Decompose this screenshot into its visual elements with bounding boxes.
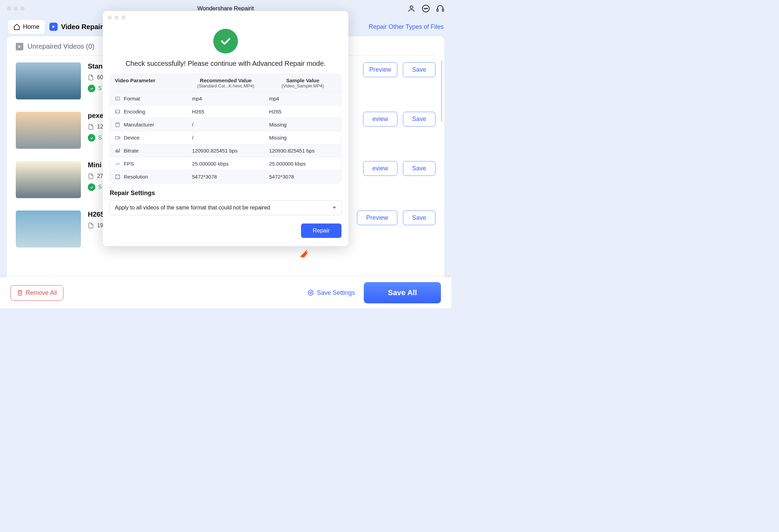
file-icon (88, 222, 94, 229)
svg-rect-6 (442, 9, 444, 11)
svg-point-0 (410, 6, 413, 9)
preview-button[interactable]: Preview (363, 62, 397, 77)
account-icon[interactable] (407, 4, 416, 13)
cursor-arrow-annotation (299, 249, 309, 258)
save-button[interactable]: Save (403, 112, 435, 126)
svg-marker-8 (19, 45, 21, 48)
save-all-button[interactable]: Save All (364, 282, 441, 303)
svg-marker-32 (333, 207, 336, 209)
col-parameter: Video Parameter (110, 74, 187, 92)
svg-point-2 (424, 8, 425, 9)
svg-rect-25 (118, 151, 119, 152)
home-icon (13, 23, 20, 30)
repair-settings-label: Repair Settings (110, 190, 341, 197)
bottom-bar: Remove All Save Settings Save All (0, 277, 451, 308)
video-thumbnail[interactable] (16, 112, 81, 149)
unrepaired-label: Unrepaired Videos (0) (27, 43, 94, 50)
modal-maximize-icon[interactable] (121, 15, 125, 20)
repair-button[interactable]: Repair (301, 223, 341, 238)
table-row: Bitrate120930.825451 bps120930.825451 bp… (110, 144, 341, 157)
table-row: Device/Missing (110, 131, 341, 144)
repair-other-types-link[interactable]: Repair Other Types of Files (369, 23, 444, 31)
repair-settings-select[interactable]: Apply to all videos of the same format t… (110, 200, 341, 215)
param-icon (115, 96, 120, 101)
select-value: Apply to all videos of the same format t… (115, 205, 270, 211)
col-sample: Sample Value (Video_Sample.MP4) (264, 74, 341, 92)
svg-marker-14 (308, 290, 313, 296)
file-icon (88, 173, 94, 179)
success-check-icon (88, 134, 95, 142)
preview-button[interactable]: eview (363, 112, 397, 126)
support-icon[interactable] (436, 4, 444, 13)
table-row: Resolution5472*30785472*3078 (110, 170, 341, 183)
param-table: Video Parameter Recommended Value (Stand… (110, 74, 341, 183)
table-header: Video Parameter Recommended Value (Stand… (110, 74, 341, 92)
save-button[interactable]: Save (403, 161, 435, 176)
svg-marker-22 (119, 136, 120, 139)
success-check-icon (88, 85, 95, 92)
save-button[interactable]: Save (403, 62, 435, 77)
video-repair-tab[interactable]: Video Repair (49, 23, 103, 31)
svg-point-4 (427, 8, 428, 9)
modal-close-icon[interactable] (108, 15, 112, 20)
svg-rect-5 (437, 9, 438, 11)
video-repair-icon (49, 23, 58, 31)
svg-marker-33 (300, 249, 308, 257)
advanced-repair-modal: Check successfully! Please continue with… (103, 11, 348, 246)
svg-rect-23 (116, 150, 116, 152)
svg-rect-21 (115, 136, 118, 139)
svg-rect-19 (116, 123, 120, 127)
home-button[interactable]: Home (8, 20, 45, 34)
file-size: 60 (88, 74, 103, 81)
save-settings-link[interactable]: Save Settings (307, 289, 355, 297)
modal-footer: Repair (103, 215, 348, 238)
save-settings-label: Save Settings (317, 289, 355, 297)
video-repair-label: Video Repair (61, 23, 103, 31)
file-icon (88, 124, 94, 130)
table-row: Formatmp4mp4 (110, 92, 341, 105)
param-icon (115, 174, 120, 180)
save-button[interactable]: Save (403, 210, 435, 225)
modal-header (103, 11, 348, 24)
video-thumbnail[interactable] (16, 161, 81, 198)
file-icon (88, 74, 94, 81)
preview-button[interactable]: eview (363, 161, 397, 176)
success-check-icon (88, 183, 95, 191)
minimize-icon[interactable] (14, 7, 18, 11)
chevron-down-icon (332, 206, 336, 210)
param-icon (115, 148, 120, 154)
table-row: Manufacturer/Missing (110, 118, 341, 131)
video-thumbnail[interactable] (16, 210, 81, 247)
remove-all-button[interactable]: Remove All (10, 285, 63, 301)
svg-rect-24 (117, 149, 117, 152)
home-label: Home (23, 23, 39, 31)
param-icon (115, 135, 120, 141)
param-icon (115, 109, 120, 114)
play-icon (16, 43, 23, 50)
file-size: 27 (88, 173, 103, 179)
modal-title: Check successfully! Please continue with… (103, 60, 348, 68)
svg-point-17 (117, 98, 117, 98)
nav-left: Home Video Repair (8, 20, 103, 34)
table-row: EncodingH265H265 (110, 105, 341, 118)
video-thumbnail[interactable] (16, 62, 81, 99)
maximize-icon[interactable] (21, 7, 25, 11)
success-icon (213, 29, 238, 53)
preview-button[interactable]: Preview (357, 210, 397, 225)
svg-rect-26 (119, 149, 120, 152)
close-icon[interactable] (7, 7, 11, 11)
param-icon (115, 122, 120, 128)
svg-marker-7 (52, 25, 55, 28)
title-toolbar (407, 4, 444, 13)
feedback-icon[interactable] (422, 4, 430, 13)
gear-icon (307, 289, 314, 296)
trash-icon (17, 290, 23, 296)
col-recommended: Recommended Value (Standard Col...K-hevc… (187, 74, 264, 92)
scrollbar[interactable] (441, 60, 442, 122)
remove-all-label: Remove All (26, 289, 57, 297)
window-controls (7, 7, 25, 11)
table-row: FPS25.000000 kbps25.000000 kbps (110, 157, 341, 170)
svg-point-3 (426, 8, 426, 9)
modal-minimize-icon[interactable] (115, 15, 119, 20)
file-size: 12. (88, 124, 105, 130)
